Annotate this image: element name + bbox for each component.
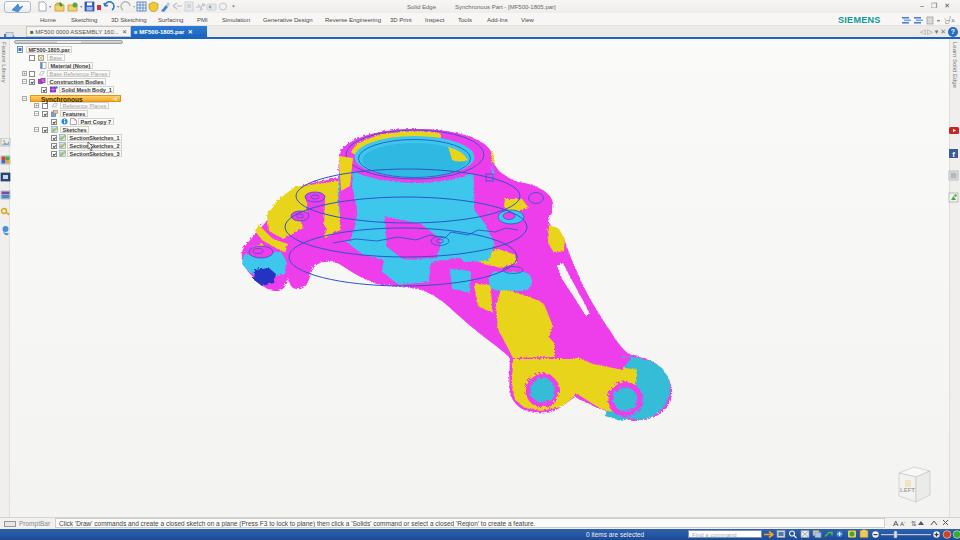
svg-text:A´: A´ xyxy=(900,521,906,527)
svg-text:A: A xyxy=(893,519,899,528)
svg-text:⇅: ⇅ xyxy=(911,520,917,527)
